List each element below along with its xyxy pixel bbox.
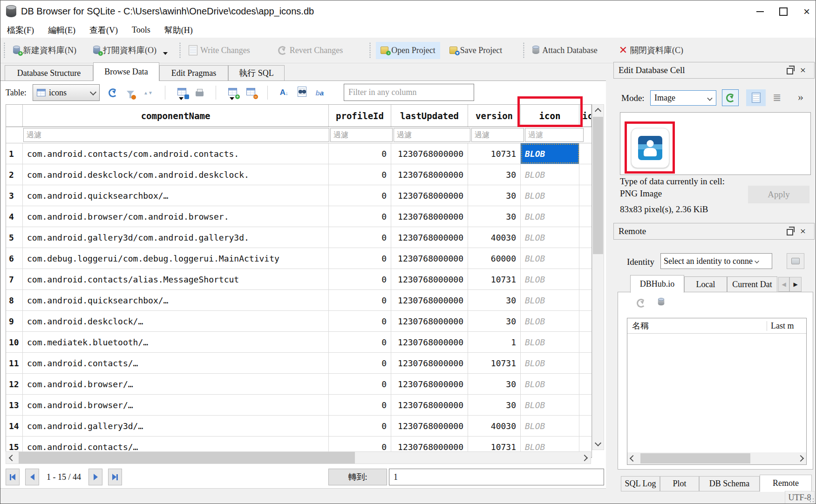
import-data-button[interactable] [722,89,739,106]
dock-tab-db-schema[interactable]: DB Schema [699,476,760,491]
delete-record-button[interactable]: − [246,88,255,97]
cell-icon[interactable]: BLOB [521,206,579,227]
cell-version[interactable]: 40030 [468,227,521,248]
clear-filters-button[interactable] [127,88,134,97]
cell-version[interactable]: 30 [468,290,521,310]
cell-lastUpdated[interactable]: 1230768000000 [391,143,468,164]
filter-profileId[interactable]: 過濾 [330,128,393,142]
cell-componentName[interactable]: com.android.gallery3d/com.android.galler… [23,227,329,248]
cell-componentName[interactable]: com.android.deskclock/com.android.deskcl… [23,164,329,185]
cell-icon[interactable]: BLOB [521,416,579,436]
insert-record-button[interactable]: + [228,88,237,97]
tab-edit-pragmas[interactable]: Edit Pragmas [159,65,228,81]
write-changes-button[interactable]: Write Changes [184,41,255,59]
cell-icon[interactable]: BLOB [521,185,579,206]
cell-lastUpdated[interactable]: 1230768000000 [391,416,468,436]
cell-version[interactable]: 30 [468,206,521,227]
cell-lastUpdated[interactable]: 1230768000000 [391,395,468,415]
cell-profileId[interactable]: 0 [329,290,391,310]
cell-profileId[interactable]: 0 [329,227,391,248]
cell-icon[interactable]: BLOB [521,353,579,373]
cell-profileId[interactable]: 0 [329,248,391,269]
revert-changes-button[interactable]: Revert Changes [273,42,347,59]
menu-file[interactable]: 檔案(F) [7,25,34,36]
cell-componentName[interactable]: com.android.contacts/alias.MessageShortc… [23,269,329,289]
maximize-button[interactable] [772,2,795,21]
cell-icon[interactable]: BLOB [521,164,579,185]
remote-refresh-button[interactable] [637,299,646,308]
cell-profileId[interactable]: 0 [329,416,391,436]
cell-version[interactable]: 10731 [468,143,521,164]
header-profileId[interactable]: profileId [329,105,391,127]
header-lastUpdated[interactable]: lastUpdated [391,105,468,127]
cell-profileId[interactable]: 0 [329,332,391,352]
cell-componentName[interactable]: com.android.browser/… [23,374,329,394]
cell-componentName[interactable]: com.android.deskclock/… [23,311,329,331]
cell-lastUpdated[interactable]: 1230768000000 [391,206,468,227]
remote-tab-dbhub[interactable]: DBHub.io [630,275,684,293]
cell-version[interactable]: 30 [468,185,521,206]
sort-az-button[interactable]: A↓ [280,88,288,97]
save-table-view-button[interactable] [177,88,186,97]
scroll-left-button[interactable] [627,452,639,464]
cell-profileId[interactable]: 0 [329,395,391,415]
header-componentName[interactable]: componentName [23,105,329,127]
cell-componentName[interactable]: com.android.gallery3d/… [23,416,329,436]
goto-input[interactable]: 1 [389,469,604,485]
cell-icon[interactable]: BLOB [521,248,579,269]
cell-profileId[interactable]: 0 [329,164,391,185]
open-database-button[interactable]: › 打開資料庫(O) [88,41,172,60]
cell-profileId[interactable]: 0 [329,374,391,394]
dock-tab-plot[interactable]: Plot [660,476,699,491]
cell-profileId[interactable]: 0 [329,353,391,373]
word-wrap-button[interactable]: ≣ [773,92,781,104]
first-record-button[interactable] [6,469,20,485]
remote-tab-current-db[interactable]: Current Dat [727,276,777,293]
minimize-button[interactable] [748,2,772,21]
open-project-button[interactable]: › Open Project [376,42,440,59]
cell-profileId[interactable]: 0 [329,206,391,227]
replace-button[interactable]: ba [316,89,324,97]
filter-version[interactable]: 過濾 [471,128,524,142]
header-icon[interactable]: icon [521,105,579,127]
text-view-button[interactable] [746,89,766,106]
float-panel-button[interactable] [783,64,796,76]
cell-profileId[interactable]: 0 [329,143,391,164]
tab-scroll-left-button[interactable]: ◀ [778,277,789,292]
close-database-button[interactable]: ✕ 關閉資料庫(C) [614,41,688,60]
find-button[interactable] [298,87,306,99]
refresh-button[interactable] [109,88,117,97]
cell-componentName[interactable]: com.mediatek.bluetooth/… [23,332,329,352]
header-version[interactable]: version [468,105,521,127]
cell-lastUpdated[interactable]: 1230768000000 [391,248,468,269]
remote-col-name[interactable]: 名稱 [627,320,767,331]
close-panel-button[interactable]: × [796,64,809,76]
float-panel-button[interactable] [783,225,796,237]
cell-version[interactable]: 30 [468,374,521,394]
tab-database-structure[interactable]: Database Structure [5,65,93,81]
tab-scroll-right-button[interactable]: ▶ [789,277,802,292]
scroll-up-button[interactable] [592,105,604,116]
cell-profileId[interactable]: 0 [329,311,391,331]
open-database-dropdown-icon[interactable] [163,52,168,55]
grid-horizontal-scrollbar[interactable] [6,451,591,464]
cell-lastUpdated[interactable]: 1230768000000 [391,185,468,206]
cell-componentName[interactable]: com.android.quicksearchbox/… [23,290,329,310]
close-panel-button[interactable]: × [796,225,809,237]
header-overflow[interactable]: ic [579,105,592,127]
cell-componentName[interactable]: com.debug.loggerui/com.debug.loggerui.Ma… [23,248,329,269]
cell-version[interactable]: 30 [468,164,521,185]
cell-icon[interactable]: BLOB [521,374,579,394]
cell-profileId[interactable]: 0 [329,269,391,289]
table-selector[interactable]: icons [33,84,100,101]
cell-lastUpdated[interactable]: 1230768000000 [391,311,468,331]
cell-version[interactable]: 40030 [468,416,521,436]
save-project-button[interactable]: ▾ Save Project [445,42,507,59]
cell-version[interactable]: 10731 [468,269,521,289]
filter-lastUpdated[interactable]: 過濾 [394,128,470,142]
filter-icon[interactable]: 過濾 [525,128,584,142]
cell-version[interactable]: 10731 [468,353,521,373]
global-filter-input[interactable]: Filter in any column [344,84,474,101]
horizontal-scroll-thumb[interactable] [19,452,355,464]
cell-icon[interactable]: BLOB [521,290,579,310]
